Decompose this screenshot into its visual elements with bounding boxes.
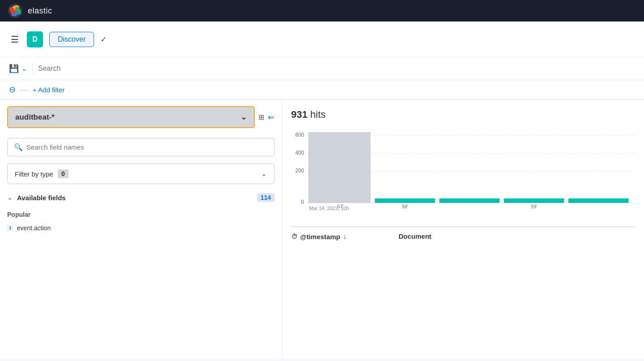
index-pattern-label: auditbeat-* — [15, 113, 55, 122]
bar-4 — [504, 198, 564, 203]
available-fields-chevron-icon: ⌄ — [7, 194, 13, 201]
hits-label: hits — [310, 109, 326, 120]
index-pattern-button[interactable]: auditbeat-* ⌄ — [7, 106, 255, 128]
three-dots-icon[interactable]: ⊞ — [258, 113, 264, 121]
filter-type-label: Filter by type — [15, 170, 53, 178]
elastic-logo-icon — [7, 3, 23, 19]
available-fields-count: 114 — [257, 193, 275, 202]
field-type-badge: t — [7, 225, 13, 231]
field-search-icon: 🔍 — [14, 143, 23, 151]
collapse-sidebar-button[interactable]: ⇐ — [268, 112, 275, 122]
svg-text:59': 59' — [531, 204, 537, 208]
table-header: ⏱ @timestamp ↓ Document — [291, 226, 635, 246]
field-search-input[interactable] — [26, 143, 268, 151]
search-input-wrapper — [38, 63, 635, 74]
bar-2 — [375, 198, 435, 203]
time-icon: ⏱ — [291, 233, 297, 240]
filter-divider: — — [20, 85, 28, 95]
hits-number: 931 — [291, 109, 308, 120]
filter-chevron-icon: ⌄ — [261, 170, 267, 178]
svg-text:0: 0 — [301, 199, 304, 205]
elastic-logo-text: elastic — [28, 6, 52, 16]
filter-row: ⊖ — + Add filter — [0, 80, 644, 100]
popular-label: Popular — [7, 211, 275, 218]
elastic-logo: elastic — [7, 3, 52, 19]
right-content: 931 hits 600 400 200 0 — [282, 100, 644, 359]
field-search-wrapper: 🔍 — [7, 138, 275, 156]
list-item[interactable]: t event.action — [7, 222, 275, 234]
search-bar-row: 💾 ⌄ — [0, 57, 644, 80]
svg-text:58': 58' — [402, 204, 408, 208]
hamburger-button[interactable]: ☰ — [9, 32, 21, 47]
filter-icon: ⊖ — [9, 85, 16, 95]
field-search-row: 🔍 — [0, 134, 282, 160]
fields-list: Popular t event.action — [0, 207, 282, 359]
sort-icon[interactable]: ↓ — [343, 232, 347, 241]
index-pattern-chevron-icon: ⌄ — [240, 112, 247, 122]
timestamp-label: @timestamp — [300, 233, 340, 241]
bar-3 — [439, 198, 499, 203]
index-selector[interactable]: 💾 ⌄ — [9, 64, 27, 73]
avatar: D — [27, 31, 43, 47]
available-fields-label: Available fields — [17, 194, 253, 202]
left-sidebar: auditbeat-* ⌄ ⊞ ⇐ 🔍 Filter by type 0 ⌄ — [0, 100, 282, 359]
chart-container: 600 400 200 0 57' 58' 5 — [291, 128, 635, 217]
bar-1 — [308, 132, 370, 203]
save-icon: 💾 — [9, 64, 19, 73]
svg-text:200: 200 — [296, 168, 305, 173]
th-timestamp: ⏱ @timestamp ↓ — [291, 232, 390, 241]
th-document: Document — [399, 232, 431, 241]
histogram-chart: 600 400 200 0 57' 58' 5 — [291, 128, 635, 208]
field-name-text: event.action — [17, 224, 51, 232]
bar-5 — [568, 198, 628, 203]
hits-count: 931 hits — [291, 109, 635, 120]
index-selector-chevron-icon: ⌄ — [21, 65, 27, 72]
svg-text:600: 600 — [296, 132, 305, 138]
discover-button[interactable]: Discover — [49, 32, 94, 47]
filter-count-badge: 0 — [58, 169, 69, 178]
filter-type-row: Filter by type 0 ⌄ — [0, 160, 282, 188]
available-fields-header[interactable]: ⌄ Available fields 114 — [0, 188, 282, 207]
svg-text:400: 400 — [296, 150, 305, 155]
add-filter-button[interactable]: + Add filter — [33, 86, 64, 94]
index-pattern-row: auditbeat-* ⌄ ⊞ ⇐ — [0, 100, 282, 134]
checkmark-icon[interactable]: ✓ — [100, 34, 107, 44]
top-nav-bar: elastic — [0, 0, 644, 21]
filter-type-button[interactable]: Filter by type 0 ⌄ — [7, 163, 275, 184]
main-content: auditbeat-* ⌄ ⊞ ⇐ 🔍 Filter by type 0 ⌄ — [0, 100, 644, 359]
second-nav-bar: ☰ D Discover ✓ — [0, 21, 644, 57]
search-input[interactable] — [38, 63, 635, 74]
